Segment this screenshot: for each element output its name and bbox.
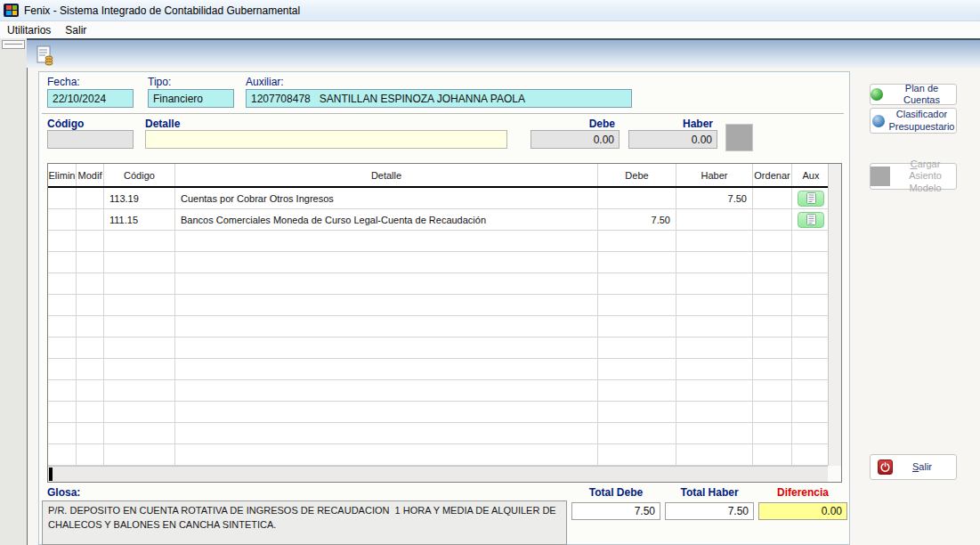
menu-utilitarios[interactable]: Utilitarios [0, 22, 58, 38]
table-row-empty[interactable] [48, 423, 830, 444]
table-cell [792, 423, 830, 444]
header-codigo[interactable]: Código [104, 164, 175, 186]
table-cell [753, 444, 792, 466]
codigo-label: Código [47, 118, 84, 130]
auxiliar-label: Auxiliar: [246, 76, 284, 88]
clasificador-presupuestario-button[interactable]: Clasificador Presupuestario [870, 108, 957, 134]
table-cell [753, 423, 792, 444]
table-cell [676, 402, 753, 423]
cargar-asiento-modelo-button: Cargar Asiento Modelo [870, 163, 957, 190]
table-horizontal-scrollbar[interactable] [48, 466, 830, 482]
table-cell [175, 444, 598, 466]
table-cell [175, 402, 598, 423]
table-row-empty[interactable] [48, 338, 830, 359]
table-row-empty[interactable] [48, 231, 830, 252]
table-cell [753, 231, 792, 252]
codigo-input[interactable] [47, 130, 134, 149]
debe-label: Debe [530, 118, 615, 130]
cell-elimin[interactable] [48, 188, 77, 209]
entries-table: Elimin Modif Código Detalle Debe Haber O… [47, 163, 842, 483]
plan-de-cuentas-button[interactable]: Plan de Cuentas [870, 84, 957, 105]
header-modif[interactable]: Modif [77, 164, 104, 186]
table-cell [598, 252, 676, 273]
table-cell [676, 444, 753, 466]
table-cell [104, 316, 175, 338]
table-row-empty[interactable] [48, 252, 830, 273]
header-debe[interactable]: Debe [598, 164, 676, 186]
menu-salir[interactable]: Salir [58, 22, 93, 38]
separator-line [42, 113, 844, 114]
scrollbar-corner [828, 466, 841, 482]
aux-document-icon [806, 214, 816, 225]
cell-elimin[interactable] [48, 209, 77, 231]
haber-label: Haber [628, 118, 713, 130]
search-account-button[interactable] [725, 124, 753, 151]
table-cell [753, 380, 792, 402]
detalle-input[interactable] [145, 130, 507, 149]
table-cell [48, 252, 77, 273]
table-row[interactable]: 113.19 Cuentas por Cobrar Otros Ingresos… [48, 188, 830, 209]
table-cell [598, 359, 676, 380]
table-cell [753, 338, 792, 359]
table-cell [175, 231, 598, 252]
table-cell [792, 380, 830, 402]
header-aux[interactable]: Aux [792, 164, 830, 186]
aux-detail-button[interactable] [798, 191, 824, 207]
table-row-empty[interactable] [48, 444, 830, 466]
table-vertical-scrollbar[interactable] [828, 164, 841, 466]
cell-modif[interactable] [77, 188, 104, 209]
table-cell [792, 402, 830, 423]
table-cell [175, 338, 598, 359]
table-cell [77, 402, 104, 423]
cell-modif[interactable] [77, 209, 104, 231]
scrollbar-thumb[interactable] [49, 468, 53, 481]
header-haber[interactable]: Haber [676, 164, 753, 186]
header-elimin[interactable]: Elimin [48, 164, 77, 186]
table-cell [753, 273, 792, 295]
table-cell [104, 423, 175, 444]
table-cell [77, 316, 104, 338]
table-cell [676, 359, 753, 380]
table-body: 113.19 Cuentas por Cobrar Otros Ingresos… [48, 188, 830, 466]
table-cell [104, 295, 175, 316]
clasificador-label: Clasificador Presupuestario [889, 109, 955, 132]
minimized-window-grip[interactable] [2, 40, 25, 49]
header-ordenar[interactable]: Ordenar [753, 164, 792, 186]
table-cell [792, 444, 830, 466]
title-bar[interactable]: Fenix - Sistema Integrado de Contabilida… [0, 0, 980, 21]
salir-button[interactable]: Salir [870, 454, 957, 480]
cell-codigo: 111.15 [104, 209, 175, 231]
header-detalle[interactable]: Detalle [175, 164, 598, 186]
aux-detail-button[interactable] [798, 212, 824, 228]
glosa-textarea[interactable]: P/R. DEPOSITO EN CUENTA ROTATIVA DE INGR… [42, 500, 567, 545]
table-row-empty[interactable] [48, 402, 830, 423]
table-row-empty[interactable] [48, 316, 830, 338]
fecha-input[interactable]: 22/10/2024 [47, 89, 134, 108]
haber-input[interactable]: 0.00 [628, 130, 717, 149]
table-row-empty[interactable] [48, 273, 830, 295]
auxiliar-input[interactable]: 1207708478 SANTILLAN ESPINOZA JOHANNA PA… [246, 89, 632, 108]
table-row-empty[interactable] [48, 380, 830, 402]
gray-square-icon [871, 167, 890, 186]
table-cell [792, 359, 830, 380]
table-cell [48, 380, 77, 402]
cell-ordenar[interactable] [753, 188, 792, 209]
cell-ordenar[interactable] [753, 209, 792, 231]
table-cell [598, 380, 676, 402]
table-cell [753, 316, 792, 338]
mdi-left-strip [0, 38, 27, 545]
table-cell [676, 231, 753, 252]
table-row-empty[interactable] [48, 295, 830, 316]
table-row-empty[interactable] [48, 359, 830, 380]
tipo-input[interactable]: Financiero [148, 89, 234, 108]
table-cell [77, 380, 104, 402]
new-entry-document-icon[interactable] [36, 45, 55, 69]
table-cell [77, 423, 104, 444]
table-row[interactable]: 111.15 Bancos Comerciales Moneda de Curs… [48, 209, 830, 231]
total-debe-label: Total Debe [571, 486, 660, 499]
table-cell [753, 252, 792, 273]
debe-input[interactable]: 0.00 [530, 130, 620, 149]
table-cell [175, 252, 598, 273]
table-cell [104, 273, 175, 295]
window-title: Fenix - Sistema Integrado de Contabilida… [24, 4, 300, 17]
